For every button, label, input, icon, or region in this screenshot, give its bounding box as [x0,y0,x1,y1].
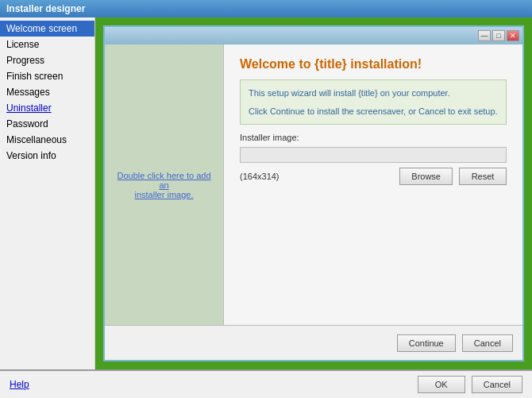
image-area-text[interactable]: Double click here to add aninstaller ima… [105,164,223,206]
sidebar-item-messages[interactable]: Messages [0,84,94,100]
dialog: — □ ✕ Double click here to add aninstall… [103,25,524,361]
maximize-icon: □ [496,32,500,40]
image-area: Double click here to add aninstaller ima… [105,44,224,325]
installer-image-label: Installer image: [240,133,507,142]
sidebar-item-progress[interactable]: Progress [0,52,94,68]
sidebar-item-license[interactable]: License [0,37,94,52]
dialog-title-bar: — □ ✕ [105,27,522,44]
welcome-title: Welcome to {title} installation! [240,57,507,71]
dialog-body: Double click here to add aninstaller ima… [105,44,522,325]
content-area: Welcome to {title} installation! This se… [224,44,522,325]
sidebar-item-welcome-screen[interactable]: Welcome screen [0,21,94,37]
reset-button[interactable]: Reset [459,168,507,185]
cancel-dialog-button[interactable]: Cancel [462,334,513,352]
close-button[interactable]: ✕ [507,30,519,41]
continue-button[interactable]: Continue [397,334,456,352]
sidebar-item-miscellaneous[interactable]: Miscellaneous [0,132,94,148]
close-icon: ✕ [510,32,516,40]
right-panel: — □ ✕ Double click here to add aninstall… [95,17,532,369]
main-content: Welcome screenLicenseProgressFinish scre… [0,17,532,369]
info-box: This setup wizard will install {title} o… [240,79,507,125]
ok-button[interactable]: OK [418,376,465,393]
info-line1: This setup wizard will install {title} o… [249,87,498,100]
image-area-link[interactable]: here [167,171,184,180]
image-size-text: (164x314) [240,172,393,181]
app-title: Installer designer [6,3,85,14]
image-controls: (164x314) Browse Reset [240,168,507,185]
dialog-footer: Continue Cancel [105,325,522,360]
maximize-button[interactable]: □ [492,30,505,41]
bottom-bar-right: OK Cancel [418,376,522,393]
sidebar-item-uninstaller[interactable]: Uninstaller [0,100,94,116]
info-line2: Click Continue to install the screensave… [249,105,498,118]
minimize-icon: — [481,32,488,40]
sidebar-item-version-info[interactable]: Version info [0,148,94,164]
title-bar: Installer designer [0,0,532,17]
installer-image-input [240,147,507,163]
installer-image-section: Installer image: (164x314) Browse Reset [240,133,507,185]
minimize-button[interactable]: — [478,30,491,41]
dialog-controls: — □ ✕ [478,30,519,41]
browse-button[interactable]: Browse [399,168,453,185]
cancel-bottom-button[interactable]: Cancel [472,376,522,393]
sidebar-item-finish-screen[interactable]: Finish screen [0,68,94,84]
bottom-bar: Help OK Cancel [0,369,532,398]
sidebar: Welcome screenLicenseProgressFinish scre… [0,17,95,369]
help-link[interactable]: Help [10,379,29,390]
sidebar-item-password[interactable]: Password [0,116,94,132]
